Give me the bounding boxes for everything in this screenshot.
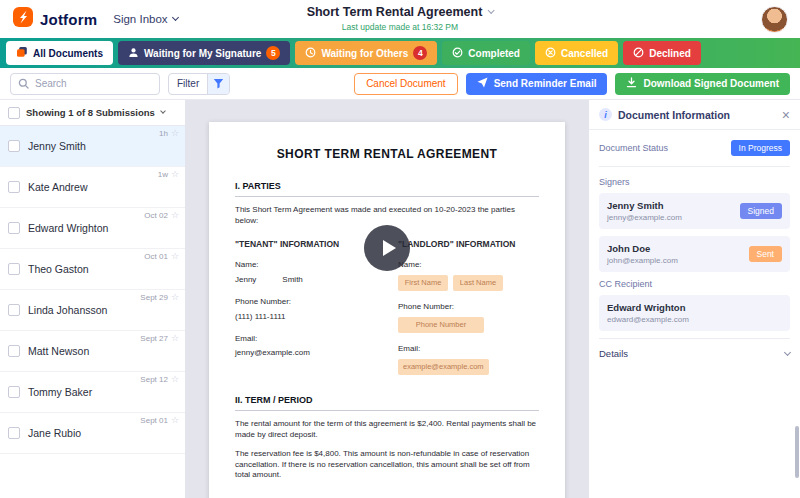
chevron-down-icon[interactable] <box>487 7 494 14</box>
scrollbar-thumb[interactable] <box>795 426 799 478</box>
row-checkbox[interactable] <box>8 181 20 193</box>
row-checkbox[interactable] <box>8 222 20 234</box>
signer-name: Jenny Smith <box>607 200 740 211</box>
funnel-icon <box>207 74 229 94</box>
status-tabbar: All Documents Waiting for My Signature 5… <box>0 38 800 68</box>
chevron-down-icon <box>172 14 179 21</box>
submission-name: Tommy Baker <box>28 386 92 398</box>
submission-name: Theo Gaston <box>28 263 89 275</box>
star-icon[interactable]: ☆ <box>171 416 179 425</box>
last-name-field[interactable]: Last Name <box>453 275 503 291</box>
cancel-document-button[interactable]: Cancel Document <box>354 73 457 95</box>
details-toggle[interactable]: Details <box>599 338 790 359</box>
play-button[interactable] <box>364 225 410 271</box>
star-icon[interactable]: ☆ <box>171 293 179 302</box>
avatar[interactable] <box>761 6 788 33</box>
row-checkbox[interactable] <box>8 263 20 275</box>
signer-name: John Doe <box>607 243 749 254</box>
submission-time: Oct 01 <box>144 252 168 261</box>
check-circle-icon <box>452 47 463 60</box>
cc-recipient-label: CC Recipient <box>599 279 790 289</box>
email-field[interactable]: example@example.com <box>398 359 489 375</box>
tab-all-documents[interactable]: All Documents <box>6 41 113 65</box>
first-name-field[interactable]: First Name <box>398 275 448 291</box>
submission-time: 1h <box>159 129 168 138</box>
row-checkbox[interactable] <box>8 140 20 152</box>
submission-name: Edward Wrighton <box>28 222 108 234</box>
submission-name: Jane Rubio <box>28 427 81 439</box>
tenant-first-name-value: Jenny <box>235 275 256 286</box>
tenant-last-name-value: Smith <box>282 275 302 286</box>
info-icon: i <box>599 108 612 121</box>
submission-time: Sept 01 <box>140 416 168 425</box>
tab-waiting-for-others[interactable]: Waiting for Others 4 <box>295 41 437 65</box>
product-switcher[interactable]: Sign Inbox <box>113 13 177 25</box>
row-checkbox[interactable] <box>8 386 20 398</box>
tenant-column: "TENANT" INFORMATION Name: Jenny Smith P… <box>235 239 376 386</box>
list-item[interactable]: Edward Wrighton Oct 02☆ <box>0 208 185 249</box>
tab-label: All Documents <box>33 48 103 59</box>
section-heading-term: II. TERM / PERIOD <box>235 394 539 411</box>
list-item[interactable]: Linda Johansson Sept 29☆ <box>0 290 185 331</box>
close-icon[interactable]: × <box>782 108 790 122</box>
tab-label: Cancelled <box>561 48 608 59</box>
list-item[interactable]: Tommy Baker Sept 12☆ <box>0 372 185 413</box>
slash-circle-icon <box>633 47 644 60</box>
submission-time: 1w <box>158 170 168 179</box>
star-icon[interactable]: ☆ <box>171 334 179 343</box>
tab-declined[interactable]: Declined <box>623 41 701 65</box>
list-item[interactable]: Matt Newson Sept 27☆ <box>0 331 185 372</box>
phone-label: Phone Number: <box>398 302 539 313</box>
document-page: SHORT TERM RENTAL AGREEMENT I. PARTIES T… <box>209 122 565 498</box>
cc-email: edward@example.com <box>607 315 782 324</box>
row-checkbox[interactable] <box>8 427 20 439</box>
play-icon <box>383 240 396 256</box>
document-title-block: Short Term Rental Agreement Last update … <box>307 5 494 32</box>
tab-label: Declined <box>649 48 691 59</box>
clock-icon <box>305 47 316 60</box>
chevron-down-icon[interactable] <box>160 108 166 114</box>
submission-time: Oct 02 <box>144 211 168 220</box>
chevron-down-icon <box>784 348 791 355</box>
name-label: Name: <box>398 260 539 271</box>
tab-completed[interactable]: Completed <box>442 41 530 65</box>
download-signed-button[interactable]: Download Signed Document <box>615 73 790 95</box>
send-reminder-label: Send Reminder Email <box>494 78 597 89</box>
star-icon[interactable]: ☆ <box>171 129 179 138</box>
tab-cancelled[interactable]: Cancelled <box>535 41 618 65</box>
download-icon <box>626 77 637 90</box>
submission-name: Jenny Smith <box>28 140 86 152</box>
phone-field[interactable]: Phone Number <box>398 317 484 333</box>
tab-waiting-for-my-signature[interactable]: Waiting for My Signature 5 <box>118 41 290 65</box>
star-icon[interactable]: ☆ <box>171 375 179 384</box>
list-item[interactable]: Jenny Smith 1h☆ <box>0 126 185 167</box>
last-update-text: Last update made at 16:32 PM <box>307 22 494 32</box>
submission-name: Linda Johansson <box>28 304 107 316</box>
signer-email: jenny@example.com <box>607 213 740 222</box>
send-reminder-button[interactable]: Send Reminder Email <box>466 73 608 95</box>
person-icon <box>128 47 139 60</box>
status-badge: In Progress <box>731 140 790 156</box>
tab-label: Waiting for My Signature <box>144 48 261 59</box>
x-circle-icon <box>545 47 556 60</box>
document-information-panel: i Document Information × Document Status… <box>588 100 800 498</box>
row-checkbox[interactable] <box>8 304 20 316</box>
list-item[interactable]: Jane Rubio Sept 01☆ <box>0 413 185 454</box>
signer-status-badge: Signed <box>740 203 782 219</box>
select-all-checkbox[interactable] <box>8 107 20 119</box>
list-item[interactable]: Theo Gaston Oct 01☆ <box>0 249 185 290</box>
tenant-phone-value: (111) 111-1111 <box>235 312 376 323</box>
star-icon[interactable]: ☆ <box>171 252 179 261</box>
details-label: Details <box>599 348 628 359</box>
submissions-header: Showing 1 of 8 Submissions <box>0 100 185 126</box>
email-label: Email: <box>398 344 539 355</box>
star-icon[interactable]: ☆ <box>171 211 179 220</box>
search-input[interactable] <box>35 78 152 89</box>
jotform-logo[interactable] <box>12 6 34 32</box>
list-item[interactable]: Kate Andrew 1w☆ <box>0 167 185 208</box>
row-checkbox[interactable] <box>8 345 20 357</box>
star-icon[interactable]: ☆ <box>171 170 179 179</box>
filter-button[interactable]: Filter <box>168 73 230 95</box>
cancel-document-label: Cancel Document <box>366 78 445 89</box>
signer-card: John Doe john@example.com Sent <box>599 236 790 272</box>
